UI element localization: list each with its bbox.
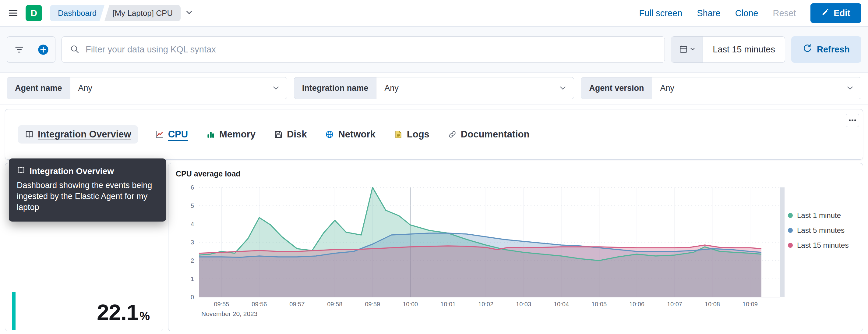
filter-value: Any [652, 84, 846, 93]
space-avatar-letter: D [30, 8, 37, 18]
svg-text:0: 0 [191, 294, 194, 301]
svg-text:1: 1 [191, 275, 194, 282]
tooltip-title: Integration Overview [30, 166, 114, 176]
bar-chart-icon [206, 130, 215, 139]
svg-text:10:09: 10:09 [743, 301, 758, 307]
tooltip-body: Dashboard showing the events being inges… [17, 180, 157, 213]
filter-integration-name[interactable]: Integration name Any [294, 77, 575, 99]
tab-network[interactable]: Network [324, 125, 376, 144]
space-avatar[interactable]: D [26, 5, 42, 21]
breadcrumb-dashboard[interactable]: Dashboard [50, 5, 104, 21]
svg-text:09:56: 09:56 [252, 301, 267, 307]
svg-text:3: 3 [191, 239, 194, 246]
document-icon [394, 130, 403, 139]
tab-cpu[interactable]: CPU [154, 125, 189, 144]
legend-dot [788, 243, 793, 248]
svg-text:2: 2 [191, 257, 194, 264]
chart-date-label: November 20, 2023 [201, 310, 257, 317]
chart-area: 09:5509:5609:5709:5809:5910:0010:0110:02… [176, 184, 863, 322]
disk-icon [274, 130, 283, 139]
reset-button[interactable]: Reset [773, 8, 796, 18]
filter-agent-name[interactable]: Agent name Any [7, 77, 287, 99]
line-chart-icon [155, 130, 164, 139]
tab-label: Documentation [461, 129, 530, 140]
filter-value: Any [376, 84, 559, 93]
tab-disk[interactable]: Disk [273, 125, 308, 144]
filter-label: Agent version [581, 78, 652, 99]
tooltip: Integration Overview Dashboard showing t… [9, 158, 166, 221]
date-picker: Last 15 minutes [671, 36, 785, 63]
filter-agent-version[interactable]: Agent version Any [581, 77, 861, 99]
tooltip-title-row: Integration Overview [17, 166, 157, 177]
svg-text:10:06: 10:06 [629, 301, 645, 307]
svg-text:10:07: 10:07 [667, 301, 682, 307]
chevron-down-icon[interactable] [185, 9, 193, 18]
dashboard-links: Integration OverviewCPUMemoryDiskNetwork… [18, 125, 531, 144]
svg-text:09:57: 09:57 [289, 301, 305, 307]
legend-item[interactable]: Last 1 minute [788, 211, 863, 220]
globe-icon [325, 130, 334, 139]
header: D Dashboard [My Laptop] CPU Full screen … [0, 0, 868, 27]
svg-text:09:55: 09:55 [214, 301, 229, 307]
tab-label: Memory [219, 129, 255, 140]
tab-label: Integration Overview [38, 129, 131, 140]
svg-text:10:03: 10:03 [516, 301, 531, 307]
book-icon [25, 130, 34, 139]
time-range-value[interactable]: Last 15 minutes [703, 37, 785, 62]
tab-logs[interactable]: Logs [393, 125, 431, 144]
filter-icon[interactable] [7, 37, 31, 62]
link-icon [448, 130, 457, 139]
svg-text:10:02: 10:02 [478, 301, 493, 307]
search-input[interactable] [85, 44, 657, 55]
full-screen-button[interactable]: Full screen [639, 8, 682, 18]
calendar-button[interactable] [671, 37, 703, 62]
svg-text:10:05: 10:05 [591, 301, 607, 307]
tab-documentation[interactable]: Documentation [446, 125, 531, 144]
add-filter-icon[interactable] [31, 37, 55, 62]
share-button[interactable]: Share [697, 8, 720, 18]
header-actions: Full screen Share Clone Reset Edit [639, 3, 861, 23]
query-bar-icon-group [7, 36, 56, 63]
legend-dot [788, 228, 793, 233]
refresh-button-label: Refresh [817, 44, 850, 55]
book-icon [17, 166, 25, 177]
legend-label: Last 5 minutes [797, 226, 844, 235]
panel-options-icon[interactable] [846, 114, 859, 127]
legend-dot [788, 213, 793, 218]
metric-accent-bar [12, 292, 16, 330]
menu-icon[interactable] [4, 4, 23, 23]
clone-button[interactable]: Clone [735, 8, 758, 18]
legend-label: Last 1 minute [797, 211, 841, 220]
edit-button-label: Edit [834, 8, 850, 18]
tab-integration-overview[interactable]: Integration Overview [18, 125, 138, 144]
chevron-down-icon [559, 84, 574, 92]
links-panel: Integration OverviewCPUMemoryDiskNetwork… [5, 109, 863, 160]
kibana-dashboard-app: D Dashboard [My Laptop] CPU Full screen … [0, 0, 868, 334]
kql-search-bar [62, 36, 665, 63]
edit-button[interactable]: Edit [810, 3, 861, 23]
tab-memory[interactable]: Memory [205, 125, 257, 144]
svg-text:6: 6 [191, 184, 194, 191]
chevron-down-icon [690, 46, 695, 53]
query-bar: Last 15 minutes Refresh [0, 27, 868, 73]
svg-text:10:08: 10:08 [705, 301, 720, 307]
filter-value: Any [70, 84, 272, 93]
calendar-icon [679, 44, 688, 55]
svg-text:10:04: 10:04 [554, 301, 569, 307]
filter-label: Integration name [294, 78, 377, 99]
pencil-icon [822, 8, 829, 18]
chevron-down-icon [272, 84, 287, 92]
legend-item[interactable]: Last 5 minutes [788, 226, 863, 235]
refresh-button[interactable]: Refresh [791, 36, 861, 63]
refresh-icon [803, 44, 812, 55]
cpu-load-chart[interactable]: 09:5509:5609:5709:5809:5910:0010:0110:02… [176, 184, 788, 322]
breadcrumb-current-dashboard[interactable]: [My Laptop] CPU [104, 5, 181, 21]
svg-text:10:00: 10:00 [403, 301, 418, 307]
legend-label: Last 15 minutes [797, 241, 848, 250]
svg-text:10:01: 10:01 [440, 301, 456, 307]
tab-label: Network [338, 129, 375, 140]
tab-label: Logs [407, 129, 429, 140]
breadcrumb: Dashboard [My Laptop] CPU [50, 4, 193, 22]
legend-item[interactable]: Last 15 minutes [788, 241, 863, 250]
tab-label: CPU [168, 129, 188, 140]
